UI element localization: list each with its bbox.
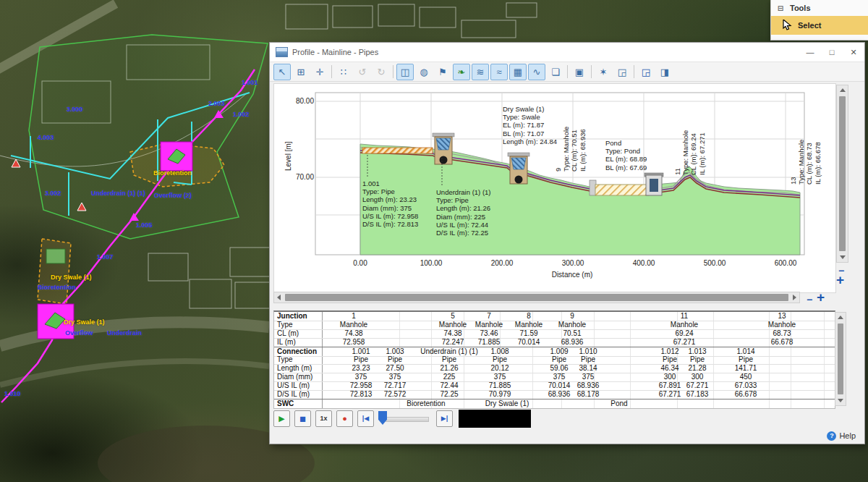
- play-button[interactable]: ▶: [273, 410, 290, 427]
- table-cell[interactable]: 67.891: [659, 381, 681, 390]
- table-cell[interactable]: 450: [740, 373, 752, 381]
- table-cell[interactable]: Manhole: [515, 321, 542, 329]
- table-cell[interactable]: 59.06: [550, 364, 568, 373]
- table-cell[interactable]: 141.71: [735, 364, 757, 373]
- table-cell[interactable]: 68.936: [561, 338, 584, 347]
- table-cell[interactable]: 74.38: [344, 329, 362, 338]
- table-cell[interactable]: 225: [443, 373, 456, 381]
- skip-start-button[interactable]: |◀: [357, 410, 374, 427]
- table-cell[interactable]: Dry Swale (1): [485, 399, 529, 408]
- table-cell[interactable]: 70.014: [548, 381, 571, 390]
- table-cell[interactable]: 74.38: [443, 329, 461, 338]
- table-vscroll-thumb[interactable]: [838, 324, 843, 394]
- table-cell[interactable]: 72.958: [350, 381, 373, 390]
- table-cell[interactable]: Pipe: [690, 355, 705, 364]
- timeline-slider[interactable]: [378, 411, 429, 426]
- help-link[interactable]: Help: [839, 431, 856, 440]
- table-cell[interactable]: 23.23: [352, 364, 370, 373]
- table-cell[interactable]: Pipe: [663, 355, 677, 364]
- vscroll-thumb[interactable]: [839, 96, 846, 251]
- table-cell[interactable]: 67.271: [673, 338, 696, 347]
- record-button[interactable]: ●: [336, 410, 353, 427]
- vegetation-icon[interactable]: ❧: [453, 64, 470, 80]
- table-cell[interactable]: 11: [681, 312, 688, 321]
- table-cell[interactable]: 67.271: [686, 381, 709, 390]
- table-cell[interactable]: 7: [487, 312, 491, 321]
- table-cell[interactable]: Pipe: [739, 355, 753, 364]
- table-scroll-up-icon[interactable]: [838, 316, 843, 319]
- table-cell[interactable]: 9: [570, 312, 574, 321]
- vzoom-in-button[interactable]: +: [836, 273, 844, 287]
- table-cell[interactable]: 300: [664, 373, 676, 381]
- table-cell[interactable]: 72.247: [442, 338, 464, 347]
- table-cell[interactable]: Manhole: [671, 321, 698, 329]
- table-cell[interactable]: 27.50: [386, 364, 404, 373]
- skip-end-button[interactable]: ▶|: [436, 410, 453, 427]
- table-cell[interactable]: Manhole: [475, 321, 503, 329]
- table-cell[interactable]: 21.28: [688, 364, 706, 373]
- pan-icon[interactable]: ✛: [311, 64, 328, 80]
- table-cell[interactable]: 21.26: [440, 364, 458, 373]
- save-report-icon[interactable]: ◲: [637, 64, 655, 80]
- table-cell[interactable]: 73.46: [480, 329, 498, 338]
- profile-compare-icon[interactable]: ≈: [490, 64, 508, 80]
- table-cell[interactable]: 5: [451, 312, 455, 321]
- table-cell[interactable]: Pond: [610, 399, 627, 408]
- scroll-up-icon[interactable]: [840, 88, 846, 92]
- table-cell[interactable]: 67.183: [686, 390, 709, 399]
- section-flag-icon[interactable]: ⚑: [434, 64, 451, 80]
- hzoom-out-button[interactable]: −: [807, 295, 812, 305]
- scroll-left-icon[interactable]: [277, 295, 281, 300]
- table-cell[interactable]: Pipe: [581, 355, 595, 364]
- table-cell[interactable]: 68.936: [548, 390, 571, 399]
- chart-vscrollbar[interactable]: [836, 85, 848, 263]
- favorites-icon[interactable]: ✶: [595, 64, 612, 80]
- table-cell[interactable]: 46.34: [660, 364, 678, 373]
- table-cell[interactable]: 70.979: [489, 390, 511, 399]
- slider-track[interactable]: [386, 417, 429, 422]
- chart-hscrollbar[interactable]: [273, 292, 800, 303]
- table-cell[interactable]: 70.014: [518, 338, 540, 347]
- table-cell[interactable]: 69.24: [675, 329, 693, 338]
- pause-button[interactable]: ◼: [294, 410, 311, 427]
- table-cell[interactable]: 72.25: [440, 390, 458, 399]
- table-cell[interactable]: 72.958: [343, 338, 365, 347]
- table-cell[interactable]: 375: [355, 373, 367, 381]
- table-cell[interactable]: 70.51: [563, 329, 581, 338]
- wireframe-icon[interactable]: ◍: [415, 64, 433, 80]
- table-cell[interactable]: 375: [389, 373, 401, 381]
- table-cell[interactable]: Pipe: [388, 355, 402, 364]
- collapse-icon[interactable]: ⊟: [771, 4, 790, 12]
- speed-button[interactable]: 1x: [315, 410, 332, 427]
- table-cell[interactable]: 20.12: [490, 364, 509, 373]
- table-cell[interactable]: 72.44: [440, 381, 458, 390]
- table-cell[interactable]: 72.813: [350, 390, 373, 399]
- hzoom-in-button[interactable]: +: [817, 290, 825, 304]
- table-cell[interactable]: Pipe: [552, 355, 566, 364]
- table-cell[interactable]: Pipe: [442, 355, 456, 364]
- table-cell[interactable]: 68.936: [577, 381, 600, 390]
- table-cell[interactable]: 375: [582, 373, 595, 381]
- tool-select[interactable]: Select: [771, 16, 868, 35]
- scroll-right-icon[interactable]: [793, 295, 796, 300]
- table-cell[interactable]: 13: [778, 312, 786, 321]
- image-export-icon[interactable]: ▣: [571, 64, 588, 80]
- table-cell[interactable]: 8: [527, 312, 531, 321]
- table-cell[interactable]: 71.885: [478, 338, 501, 347]
- table-cell[interactable]: 72.717: [384, 381, 407, 390]
- export-page-icon[interactable]: ❏: [547, 64, 564, 80]
- table-cell[interactable]: 67.271: [659, 390, 681, 399]
- table-cell[interactable]: Bioretention: [407, 399, 445, 408]
- profile-view-icon[interactable]: ≋: [472, 64, 489, 80]
- long-section-icon[interactable]: ∿: [528, 64, 545, 80]
- table-cell[interactable]: 1: [352, 312, 356, 321]
- table-cell[interactable]: Manhole: [439, 321, 467, 329]
- window-titlebar[interactable]: Profile - Mainline - Pipes — □ ✕: [270, 43, 864, 62]
- table-cell[interactable]: 71.59: [519, 329, 537, 338]
- table-cell[interactable]: 38.14: [579, 364, 597, 373]
- table-cell[interactable]: 68.73: [773, 329, 791, 338]
- minimize-button[interactable]: —: [799, 43, 821, 61]
- table-cell[interactable]: Pipe: [354, 355, 368, 364]
- table-cell[interactable]: 72.572: [384, 390, 407, 399]
- slider-thumb[interactable]: [378, 411, 387, 425]
